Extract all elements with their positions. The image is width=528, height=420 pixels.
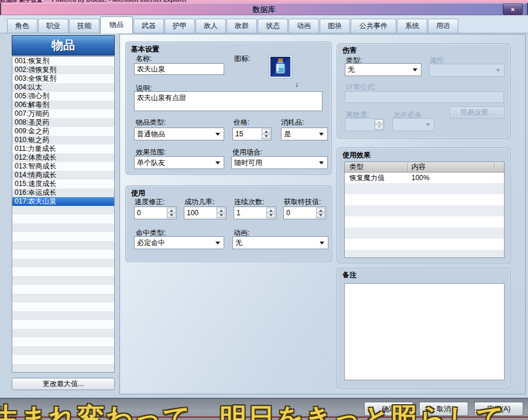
- dialog-body: 物品 001:恢复剂 002:强恢复剂 003:全恢复剂 004:以太 005:…: [0, 33, 528, 399]
- tab-common-events[interactable]: 公共事件: [351, 19, 396, 33]
- tab-items[interactable]: 物品: [100, 16, 133, 33]
- spin-down-button[interactable]: [316, 214, 325, 219]
- list-item[interactable]: 013:智商成长: [12, 162, 114, 171]
- list-item[interactable]: 004:以太: [12, 83, 114, 92]
- repeats-value: 1: [236, 209, 241, 217]
- description-value: 农夫山泉有点甜: [137, 93, 186, 103]
- dropdown-arrow-icon: [319, 133, 324, 136]
- speed-label: 速度修正:: [135, 197, 164, 207]
- spin-up-button[interactable]: [262, 129, 270, 135]
- damage-type-value: 无: [348, 65, 355, 75]
- group-basic-settings: 基本设置 名称: 农夫山泉 图标:: [126, 42, 331, 174]
- item-list[interactable]: 001:恢复剂 002:强恢复剂 003:全恢复剂 004:以太 005:强心剂…: [12, 56, 115, 373]
- animation-value: 无: [235, 238, 242, 248]
- group-title: 使用效果: [342, 150, 371, 160]
- spin-down-button[interactable]: [266, 214, 275, 219]
- effects-table[interactable]: 类型 内容 恢复魔力值 100%: [344, 161, 505, 258]
- occasion-select[interactable]: 随时可用: [231, 156, 328, 169]
- group-title: 备注: [342, 270, 356, 280]
- list-item[interactable]: 002:强恢复剂: [12, 66, 114, 74]
- list-item[interactable]: 016:幸运成长: [12, 188, 114, 197]
- damage-type-select[interactable]: 无: [345, 63, 421, 76]
- bottom-region: 确定 取消 应用(A) 生まれ変わって、明日をきっと照らして: [0, 399, 528, 420]
- description-input[interactable]: 农夫山泉有点甜: [134, 91, 323, 111]
- name-input[interactable]: 农夫山泉: [134, 63, 224, 75]
- item-type-select[interactable]: 普通物品: [134, 128, 224, 140]
- list-item[interactable]: 005:强心剂: [12, 92, 114, 101]
- quick-settings-button: 简易设置...: [450, 106, 505, 119]
- effect-type: 恢复魔力值: [349, 173, 385, 184]
- list-item[interactable]: 007:万能药: [12, 109, 114, 118]
- column-divider: [494, 163, 495, 171]
- list-item-selected[interactable]: 017:农夫山泉: [12, 197, 114, 206]
- speed-stepper[interactable]: 0: [134, 206, 177, 219]
- variance-stepper: [345, 118, 385, 131]
- tp-gain-label: 获取特技值:: [284, 197, 321, 207]
- effect-row[interactable]: 恢复魔力值 100%: [345, 173, 504, 184]
- screen: 数据库 新手设置 — Powered by Discuz! - Microsof…: [0, 0, 528, 420]
- success-rate-stepper[interactable]: 100: [184, 206, 227, 219]
- list-item[interactable]: 009:金之药: [12, 127, 114, 136]
- scope-select[interactable]: 单个队友: [134, 156, 224, 169]
- dropdown-arrow-icon: [215, 133, 220, 136]
- item-type-value: 普通物品: [137, 129, 165, 139]
- formula-input: [345, 91, 504, 103]
- name-label: 名称:: [136, 54, 152, 64]
- tab-troops[interactable]: 敌群: [227, 19, 257, 33]
- tp-gain-stepper[interactable]: 0: [283, 206, 326, 219]
- consumable-select[interactable]: 是: [281, 128, 328, 140]
- tab-classes[interactable]: 职业: [38, 19, 68, 33]
- spin-down-button[interactable]: [262, 135, 270, 140]
- tab-tilesets[interactable]: 图块: [320, 19, 350, 33]
- hit-type-select[interactable]: 必定命中: [134, 236, 224, 249]
- tab-weapons[interactable]: 武器: [133, 19, 164, 33]
- list-item[interactable]: 014:情商成长: [12, 171, 114, 180]
- list-item[interactable]: 015:速度成长: [12, 180, 114, 188]
- price-label: 价格:: [234, 118, 249, 128]
- spin-down-button[interactable]: [167, 214, 176, 219]
- spin-up-button[interactable]: [217, 208, 225, 214]
- list-item[interactable]: 008:圣灵药: [12, 118, 114, 127]
- tp-gain-value: 0: [286, 209, 290, 217]
- group-damage: 伤害 类型: 无 属性: 计算公式: 离散度:: [337, 44, 510, 138]
- dropdown-arrow-icon: [215, 161, 220, 164]
- list-item[interactable]: 006:解毒剂: [12, 101, 114, 109]
- tab-system[interactable]: 系统: [397, 19, 427, 33]
- item-icon-button[interactable]: [269, 56, 292, 78]
- spin-down-button[interactable]: [217, 214, 225, 219]
- tab-skills[interactable]: 技能: [69, 19, 100, 33]
- tab-states[interactable]: 状态: [258, 19, 288, 33]
- list-item[interactable]: 003:全恢复剂: [12, 74, 114, 83]
- name-value: 农夫山泉: [137, 64, 165, 74]
- dropdown-arrow-icon: [215, 242, 220, 245]
- tab-enemies[interactable]: 敌人: [196, 19, 226, 33]
- karaoke-subtitle-text: 生まれ変わって、明日をきっと照らして: [0, 400, 505, 420]
- tab-terms[interactable]: 用语: [428, 19, 458, 33]
- group-effects: 使用效果 类型 内容 恢复魔力值 100%: [337, 148, 510, 263]
- group-title: 伤害: [342, 46, 356, 56]
- dropdown-arrow-icon: [413, 68, 417, 71]
- list-item[interactable]: 010:银之药: [12, 136, 114, 144]
- dropdown-arrow-icon: [320, 242, 324, 245]
- tab-armors[interactable]: 护甲: [164, 19, 195, 33]
- list-item[interactable]: 012:体质成长: [12, 153, 114, 162]
- change-maximum-button[interactable]: 更改最大值...: [12, 378, 115, 390]
- note-textarea[interactable]: [344, 283, 505, 380]
- animation-select[interactable]: 无: [232, 236, 328, 249]
- item-type-label: 物品类型:: [136, 118, 166, 128]
- price-stepper[interactable]: 15: [232, 128, 272, 140]
- tab-actors[interactable]: 角色: [7, 19, 37, 33]
- hit-type-value: 必定命中: [137, 238, 165, 248]
- repeats-stepper[interactable]: 1: [234, 206, 276, 219]
- list-item[interactable]: 001:恢复剂: [12, 57, 114, 66]
- tab-animations[interactable]: 动画: [289, 19, 319, 33]
- spin-up-button[interactable]: [266, 208, 275, 214]
- potion-icon: [270, 57, 290, 77]
- close-icon: ×: [511, 6, 515, 13]
- list-item[interactable]: 011:力量成长: [12, 144, 114, 153]
- close-button[interactable]: ×: [503, 4, 523, 16]
- spin-up-button[interactable]: [167, 208, 176, 214]
- column-divider: [407, 163, 408, 171]
- dropdown-arrow-icon: [496, 69, 500, 72]
- spin-up-button[interactable]: [316, 208, 325, 214]
